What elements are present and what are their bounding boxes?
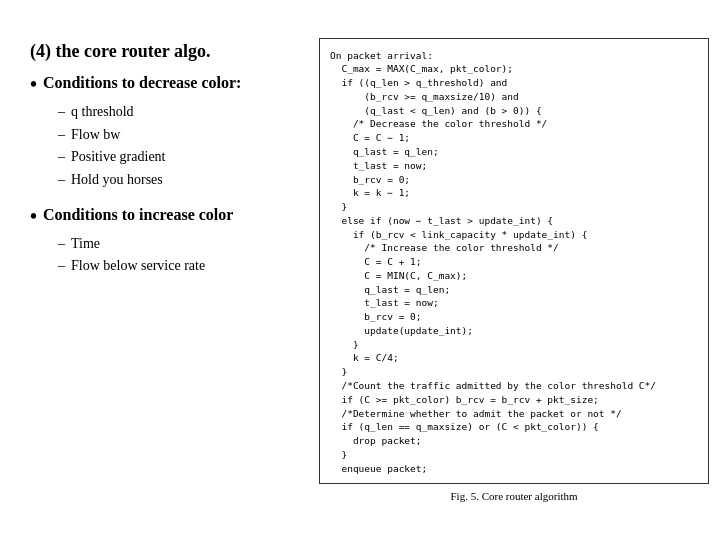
bullet-dot-1: •	[30, 73, 37, 95]
list-item: Hold you horses	[58, 169, 290, 191]
list-item: Positive gradient	[58, 146, 290, 168]
bullet-decrease-section: • Conditions to decrease color: q thresh…	[30, 73, 290, 191]
decrease-sublist: q threshold Flow bw Positive gradient Ho…	[58, 101, 290, 191]
list-item: Time	[58, 233, 290, 255]
list-item: Flow bw	[58, 124, 290, 146]
right-panel: On packet arrival: C_max = MAX(C_max, pk…	[310, 0, 720, 540]
list-item: q threshold	[58, 101, 290, 123]
left-panel: (4) the core router algo. • Conditions t…	[0, 0, 310, 540]
increase-sublist: Time Flow below service rate	[58, 233, 290, 278]
bullet-decrease-label: Conditions to decrease color:	[43, 73, 290, 94]
bullet-increase-section: • Conditions to increase color Time Flow…	[30, 205, 290, 278]
bullet-increase-label: Conditions to increase color	[43, 205, 290, 226]
code-figure: On packet arrival: C_max = MAX(C_max, pk…	[319, 38, 709, 485]
section-title: (4) the core router algo.	[30, 40, 290, 63]
figure-caption: Fig. 5. Core router algorithm	[450, 490, 577, 502]
bullet-increase: • Conditions to increase color	[30, 205, 290, 227]
bullet-decrease: • Conditions to decrease color:	[30, 73, 290, 95]
code-content: On packet arrival: C_max = MAX(C_max, pk…	[330, 49, 694, 476]
bullet-dot-2: •	[30, 205, 37, 227]
list-item: Flow below service rate	[58, 255, 290, 277]
